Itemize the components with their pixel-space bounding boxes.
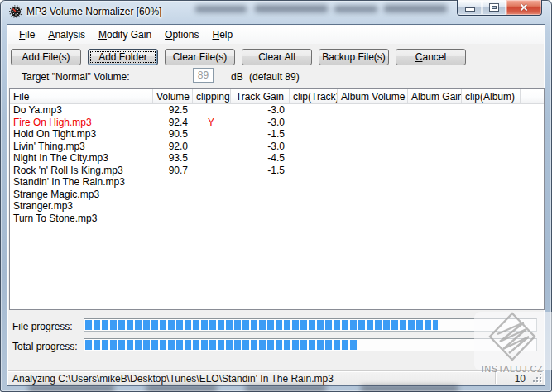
cell-album_volume	[338, 165, 408, 177]
cell-album_gain	[408, 200, 462, 213]
column-header-track-gain[interactable]: Track Gain	[231, 89, 290, 103]
cancel-button[interactable]: Cancel	[396, 49, 466, 65]
clear-all-button[interactable]: Clear All	[242, 49, 312, 65]
cell-clip_track	[290, 200, 338, 213]
cell-volume: 92.5	[153, 104, 193, 117]
menu-item-analysis[interactable]: Analysis	[41, 26, 92, 43]
maximize-button[interactable]	[482, 0, 506, 16]
cell-volume: 90.7	[153, 165, 193, 177]
toolbar: Add File(s)Add FolderClear File(s)Clear …	[11, 49, 473, 65]
cell-clip_track	[290, 189, 338, 201]
cell-album_volume	[338, 213, 408, 225]
resize-grip-icon[interactable]	[532, 373, 541, 382]
table-row[interactable]: Standin' In The Rain.mp3	[10, 176, 544, 189]
status-bar: Analyzing C:\Users\mikeB\Desktop\Tunes\E…	[8, 370, 544, 385]
table-row[interactable]: Do Ya.mp392.5-3.0	[10, 104, 544, 117]
cell-file: Hold On Tight.mp3	[10, 128, 153, 141]
clear-file-s-button[interactable]: Clear File(s)	[165, 49, 235, 65]
table-row[interactable]: Strange Magic.mp3	[10, 189, 544, 201]
total-progress-fill	[85, 340, 357, 350]
glass-blur-ghost	[195, 6, 247, 12]
column-header-album-volume[interactable]: Album Volume	[338, 89, 408, 103]
column-header-clipping[interactable]: clipping	[193, 89, 231, 103]
table-row[interactable]: Turn To Stone.mp3	[10, 213, 544, 225]
cell-volume: 92.4	[153, 117, 193, 129]
menu-item-options[interactable]: Options	[158, 26, 205, 43]
window-title: MP3 Volume Normalizer [60%]	[26, 6, 161, 17]
cell-album_volume	[338, 104, 408, 117]
app-icon	[9, 5, 22, 18]
cell-album_gain	[408, 213, 462, 225]
cell-album_volume	[338, 189, 408, 201]
glass-blur-ghost	[245, 386, 326, 390]
cell-clip_track	[290, 141, 338, 153]
cell-clip_track	[290, 176, 338, 189]
cell-clip_track	[290, 152, 338, 165]
cell-clipping	[193, 200, 231, 213]
backup-file-s-button[interactable]: Backup File(s)	[319, 49, 389, 65]
cell-track_gain	[231, 189, 290, 201]
column-header-clip-track[interactable]: clip(Track)	[290, 89, 338, 103]
menu-item-help[interactable]: Help	[205, 26, 239, 43]
cell-file: Fire On High.mp3	[10, 117, 153, 129]
maximize-icon	[490, 4, 498, 11]
table-row[interactable]: Livin' Thing.mp392.0-3.0	[10, 141, 544, 153]
close-button[interactable]	[506, 0, 542, 16]
cell-track_gain	[231, 176, 290, 189]
cell-clipping	[193, 152, 231, 165]
cell-track_gain: -3.0	[231, 117, 290, 129]
column-header-album-gain[interactable]: Album Gain	[408, 89, 462, 103]
cell-album_gain	[408, 128, 462, 141]
add-file-s-button[interactable]: Add File(s)	[11, 49, 81, 65]
glass-blur-ghost	[255, 5, 328, 12]
cell-album_gain	[408, 152, 462, 165]
client-area: FileAnalysisModify GainOptionsHelp Add F…	[7, 24, 545, 386]
cell-track_gain: -3.0	[231, 141, 290, 153]
column-header-volume[interactable]: Volume	[153, 89, 193, 103]
cell-clipping	[193, 176, 231, 189]
title-bar[interactable]: MP3 Volume Normalizer [60%]	[0, 0, 552, 24]
glass-blur-ghost	[146, 386, 217, 390]
menu-bar: FileAnalysisModify GainOptionsHelp	[8, 26, 544, 44]
app-window: MP3 Volume Normalizer [60%] FileAnalysis…	[0, 0, 552, 392]
add-folder-button[interactable]: Add Folder	[88, 49, 158, 65]
table-row[interactable]: Hold On Tight.mp390.5-1.5	[10, 128, 544, 141]
cell-file: Turn To Stone.mp3	[10, 213, 153, 225]
cell-file: Livin' Thing.mp3	[10, 141, 153, 153]
cell-track_gain: -1.5	[231, 165, 290, 177]
cell-clipping	[193, 141, 231, 153]
column-header-clip-album[interactable]: clip(Album)	[462, 89, 521, 103]
cell-clipping: Y	[193, 117, 231, 129]
cell-album_gain	[408, 141, 462, 153]
cell-volume	[153, 213, 193, 225]
cell-album_gain	[408, 104, 462, 117]
cell-volume	[153, 176, 193, 189]
cell-track_gain: -1.5	[231, 128, 290, 141]
menu-item-modify-gain[interactable]: Modify Gain	[92, 26, 158, 43]
cell-track_gain	[231, 213, 290, 225]
table-row[interactable]: Fire On High.mp392.4Y-3.0	[10, 117, 544, 129]
minimize-button[interactable]	[457, 0, 482, 16]
cell-volume: 92.0	[153, 141, 193, 153]
cell-clip_album	[462, 141, 521, 153]
column-header-filler	[521, 89, 544, 103]
table-row[interactable]: Night In The City.mp393.5-4.5	[10, 152, 544, 165]
table-row[interactable]: Stranger.mp3	[10, 200, 544, 213]
menu-item-file[interactable]: File	[12, 26, 41, 43]
minimize-icon	[466, 8, 474, 11]
cell-clip_album	[462, 176, 521, 189]
cell-file: Rock 'n' Roll Is King.mp3	[10, 165, 153, 177]
watermark-text: INSTALUJ.CZ	[475, 364, 550, 374]
cell-file: Strange Magic.mp3	[10, 189, 153, 201]
cell-file: Stranger.mp3	[10, 200, 153, 213]
table-row[interactable]: Rock 'n' Roll Is King.mp390.7-1.5	[10, 165, 544, 177]
close-icon	[519, 2, 529, 12]
glass-blur-ghost	[361, 386, 458, 390]
cell-clip_album	[462, 189, 521, 201]
column-header-file[interactable]: File	[10, 89, 153, 103]
total-progress-bar	[84, 338, 537, 351]
cell-volume: 93.5	[153, 152, 193, 165]
cell-clip_album	[462, 200, 521, 213]
cell-clip_album	[462, 117, 521, 129]
target-volume-input[interactable]	[193, 68, 214, 83]
